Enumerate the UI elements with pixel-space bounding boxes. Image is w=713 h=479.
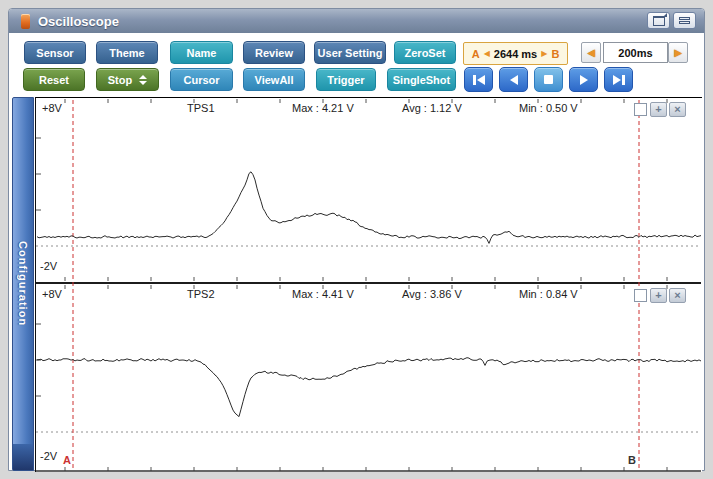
button-label: Stop [108, 74, 132, 86]
up-down-spinner-icon[interactable] [139, 75, 147, 85]
cursor-ab-time-display[interactable]: A ◀ 2644 ms ▶ B [463, 42, 568, 65]
toolbar: SensorThemeNameReviewUser SettingZeroSet… [9, 33, 704, 97]
prev-icon [510, 75, 518, 85]
stop-button[interactable]: Stop [96, 68, 159, 91]
configuration-tab[interactable]: Configuration [12, 97, 34, 471]
play-icon [580, 75, 588, 85]
ch1-top-voltage-label: +8V [42, 102, 62, 114]
oscilloscope-window: Oscilloscope SensorThemeNameReviewUser S… [8, 8, 705, 471]
ch2-name-label: TPS2 [187, 288, 215, 300]
window-restore-button[interactable] [647, 12, 670, 29]
button-label: SingleShot [393, 74, 450, 86]
step-back-button[interactable] [499, 67, 528, 92]
stop-playback-button[interactable] [534, 67, 563, 92]
desktop-background: Oscilloscope SensorThemeNameReviewUser S… [0, 0, 713, 479]
button-label: Cursor [183, 74, 219, 86]
cursor-a-marker[interactable]: A [63, 454, 71, 466]
window-controls [647, 12, 696, 29]
button-label: Trigger [327, 74, 364, 86]
button-label: ViewAll [255, 74, 294, 86]
button-label: Sensor [36, 47, 73, 59]
ch2-min-value: Min : 0.84 V [519, 288, 578, 300]
ch1-avg-value: Avg : 1.12 V [402, 102, 462, 114]
button-label: Reset [39, 74, 69, 86]
skip-end-icon [613, 75, 625, 85]
right-triangle-icon: ▶ [674, 48, 682, 58]
skip-start-icon [473, 75, 485, 85]
left-triangle-icon: ◀ [587, 48, 595, 58]
user-setting-button[interactable]: User Setting [314, 41, 386, 64]
play-button[interactable] [569, 67, 598, 92]
ch1-max-value: Max : 4.21 V [292, 102, 354, 114]
waveform-tps1 [37, 172, 701, 244]
bars-icon [679, 17, 690, 24]
window-title: Oscilloscope [38, 14, 119, 29]
zeroset-button[interactable]: ZeroSet [394, 41, 456, 64]
waveform-tps2 [37, 358, 701, 417]
cursor-b-marker[interactable]: B [628, 454, 636, 466]
cursor-button[interactable]: Cursor [170, 68, 233, 91]
app-icon [21, 14, 30, 29]
ch1-add-button[interactable]: + [650, 102, 667, 117]
ch1-close-button[interactable]: × [669, 102, 686, 117]
sensor-button[interactable]: Sensor [24, 41, 86, 64]
b-right-arrow-icon: ▶ [541, 50, 547, 58]
titlebar[interactable]: Oscilloscope [9, 9, 704, 34]
ch2-bottom-voltage-label: -2V [40, 450, 57, 462]
ch2-max-value: Max : 4.41 V [292, 288, 354, 300]
window-menu-button[interactable] [673, 12, 696, 29]
ch1-checkbox[interactable] [634, 103, 647, 116]
ch2-top-voltage-label: +8V [42, 288, 62, 300]
timebase-value[interactable]: 200ms [603, 42, 668, 63]
scope-plot-area: +8V TPS1 Max : 4.21 V Avg : 1.12 V Min :… [35, 97, 702, 472]
trigger-button[interactable]: Trigger [316, 68, 376, 91]
ch2-close-button[interactable]: × [669, 288, 686, 303]
ch2-avg-value: Avg : 3.86 V [402, 288, 462, 300]
cursor-b-label: B [551, 48, 559, 60]
ab-delta-time-value: 2644 ms [494, 48, 537, 60]
button-label: Name [187, 47, 217, 59]
ch1-min-value: Min : 0.50 V [519, 102, 578, 114]
ch1-name-label: TPS1 [187, 102, 215, 114]
ch2-add-button[interactable]: + [650, 288, 667, 303]
stop-icon [544, 75, 553, 84]
channel-separator [36, 282, 701, 284]
ch1-bottom-voltage-label: -2V [40, 260, 57, 272]
ch2-checkbox[interactable] [634, 289, 647, 302]
theme-button[interactable]: Theme [96, 41, 158, 64]
cursor-a-label: A [472, 48, 480, 60]
configuration-tab-label: Configuration [17, 241, 29, 326]
timebase-decrease-button[interactable]: ◀ [581, 42, 601, 63]
name-button[interactable]: Name [170, 41, 233, 64]
reset-button[interactable]: Reset [23, 68, 85, 91]
restore-icon [653, 16, 665, 26]
skip-to-start-button[interactable] [464, 67, 493, 92]
review-button[interactable]: Review [243, 41, 305, 64]
skip-to-end-button[interactable] [604, 67, 633, 92]
button-label: User Setting [318, 47, 383, 59]
button-label: Review [255, 47, 293, 59]
timebase-increase-button[interactable]: ▶ [668, 42, 688, 63]
button-label: ZeroSet [405, 47, 446, 59]
button-label: Theme [109, 47, 144, 59]
viewall-button[interactable]: ViewAll [243, 68, 305, 91]
scope-canvas [36, 98, 701, 472]
a-left-arrow-icon: ◀ [484, 50, 490, 58]
singleshot-button[interactable]: SingleShot [387, 68, 456, 91]
